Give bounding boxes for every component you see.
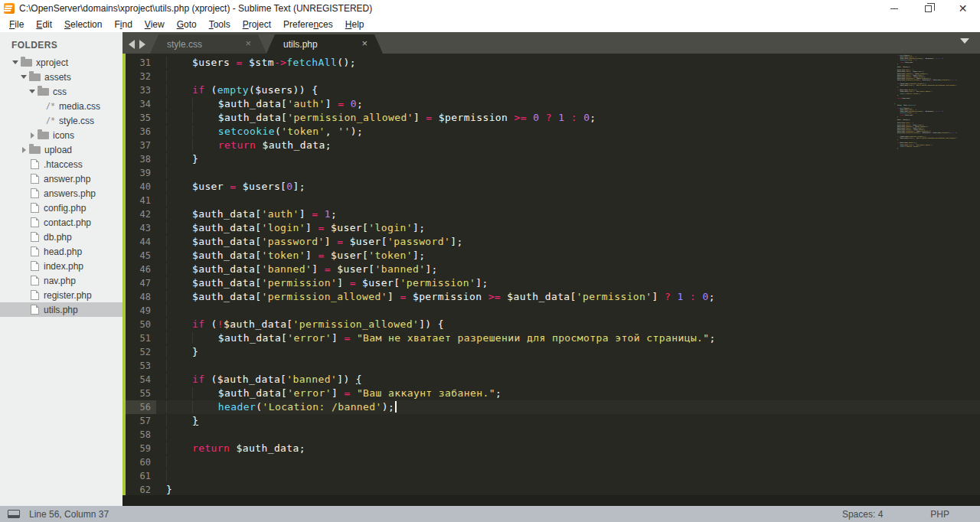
line-number: 58 <box>122 428 156 442</box>
tab-close-icon[interactable]: × <box>361 38 368 50</box>
editor-column: style.css×utils.php× 31 $users = $stm->f… <box>122 32 980 506</box>
code-line[interactable]: 57 } <box>122 414 980 428</box>
code-line[interactable]: 41 <box>122 194 980 207</box>
sidebar-item-answers.php[interactable]: answers.php <box>0 186 122 201</box>
line-number: 51 <box>122 331 156 345</box>
chevron-down-icon[interactable] <box>28 90 37 93</box>
line-number: 59 <box>122 442 156 455</box>
tab-utils.php[interactable]: utils.php× <box>266 34 383 54</box>
tab-style.css[interactable]: style.css× <box>150 34 266 54</box>
code-line[interactable]: 60 <box>122 455 980 469</box>
status-line-col[interactable]: Line 56, Column 37 <box>29 509 109 520</box>
sidebar-item-head.php[interactable]: head.php <box>0 244 122 259</box>
code-line[interactable]: 53 <box>122 359 980 373</box>
folder-icon <box>29 146 41 154</box>
menu-item-selection[interactable]: Selection <box>58 18 108 31</box>
line-number: 55 <box>122 387 156 400</box>
restore-button[interactable] <box>911 0 946 17</box>
code-line[interactable]: 44 $auth_data['password'] = $user['passw… <box>122 235 980 249</box>
code-line[interactable]: 39 <box>122 166 980 180</box>
line-number: 35 <box>122 111 156 125</box>
menu-item-goto[interactable]: Goto <box>171 18 203 31</box>
code-line[interactable]: 52 } <box>122 345 980 359</box>
code-line[interactable]: 50 if (!$auth_data['permission_allowed']… <box>122 318 980 331</box>
chevron-right-icon[interactable] <box>28 132 37 139</box>
sidebar-item-icons[interactable]: icons <box>0 128 122 142</box>
code-line[interactable]: 36 setcookie('token', ''); <box>122 125 980 139</box>
sidebar-item-.htaccess[interactable]: .htaccess <box>0 157 122 171</box>
menu-item-edit[interactable]: Edit <box>30 18 58 31</box>
code-line[interactable]: 56 header('Location: /banned'); <box>122 400 980 414</box>
file-icon <box>31 276 39 285</box>
code-line[interactable]: 42 $auth_data['auth'] = 1; <box>122 207 980 221</box>
tab-overflow-icon[interactable] <box>960 38 969 44</box>
code-area[interactable]: 31 $users = $stm->fetchAll();32 33 if (e… <box>122 56 980 498</box>
folders-header: FOLDERS <box>0 32 122 55</box>
code-line[interactable]: 33 if (empty($users)) { <box>122 83 980 97</box>
sidebar-item-media.css[interactable]: /*media.css <box>0 99 122 113</box>
chevron-down-icon[interactable] <box>19 75 28 79</box>
sidebar-item-answer.php[interactable]: answer.php <box>0 171 122 186</box>
code-line[interactable]: 54 if ($auth_data['banned']) { <box>122 373 980 387</box>
sidebar-item-label: css <box>53 86 67 97</box>
sidebar-item-style.css[interactable]: /*style.css <box>0 113 122 128</box>
sidebar-item-css[interactable]: css <box>0 84 122 99</box>
code-line[interactable]: 46 $auth_data['banned'] = $user['banned'… <box>122 263 980 276</box>
close-button[interactable]: ✕ <box>946 0 980 17</box>
code-line[interactable]: 31 $users = $stm->fetchAll(); <box>122 56 980 70</box>
line-number: 41 <box>122 194 156 207</box>
sidebar-item-config.php[interactable]: config.php <box>0 201 122 215</box>
folder-icon <box>38 88 49 96</box>
code-line[interactable]: 59 return $auth_data; <box>122 442 980 455</box>
tab-scroll-buttons <box>122 34 150 54</box>
menu-item-find[interactable]: Find <box>108 18 138 31</box>
tab-scroll-left-icon[interactable] <box>129 40 135 49</box>
code-line[interactable]: 51 $auth_data['error'] = "Вам не хватает… <box>122 331 980 345</box>
code-line[interactable]: 32 <box>122 70 980 83</box>
sidebar-item-db.php[interactable]: db.php <box>0 230 122 244</box>
sidebar-item-nav.php[interactable]: nav.php <box>0 273 122 288</box>
line-number: 46 <box>122 263 156 276</box>
menu-item-tools[interactable]: Tools <box>203 18 237 31</box>
code-line[interactable]: 47 $auth_data['permission'] = $user['per… <box>122 276 980 290</box>
code-line[interactable]: 55 $auth_data['error'] = "Ваш аккаунт за… <box>122 387 980 400</box>
minimap[interactable]: $users = $stm->fetchAll(); if (empty($us… <box>894 54 975 149</box>
code-line[interactable]: 48 $auth_data['permission_allowed'] = $p… <box>122 290 980 304</box>
restore-icon <box>925 5 932 12</box>
status-syntax[interactable]: PHP <box>930 509 949 520</box>
code-line[interactable]: 38 } <box>122 152 980 166</box>
line-number: 44 <box>122 235 156 249</box>
sidebar-item-utils.php[interactable]: utils.php <box>0 302 122 317</box>
menu-item-view[interactable]: View <box>139 18 171 31</box>
sidebar-item-index.php[interactable]: index.php <box>0 259 122 273</box>
chevron-down-icon[interactable] <box>11 60 20 64</box>
sidebar-item-assets[interactable]: assets <box>0 70 122 84</box>
line-number: 42 <box>122 207 156 221</box>
sidebar-toggle-icon[interactable] <box>8 510 20 518</box>
code-line[interactable]: 49 <box>122 304 980 318</box>
chevron-right-icon[interactable] <box>19 147 28 153</box>
horizontal-scrollbar[interactable] <box>122 495 980 506</box>
minimize-button[interactable] <box>877 0 911 17</box>
sidebar-item-upload[interactable]: upload <box>0 142 122 157</box>
code-line[interactable]: 58 <box>122 428 980 442</box>
sidebar-item-register.php[interactable]: register.php <box>0 288 122 302</box>
code-line[interactable]: 45 $auth_data['token'] = $user['token']; <box>122 249 980 263</box>
sidebar-item-xproject[interactable]: xproject <box>0 55 122 70</box>
sidebar-item-contact.php[interactable]: contact.php <box>0 215 122 230</box>
code-line[interactable]: 35 $auth_data['permission_allowed'] = $p… <box>122 111 980 125</box>
menu-item-project[interactable]: Project <box>237 18 277 31</box>
status-indentation[interactable]: Spaces: 4 <box>842 509 883 520</box>
sidebar-item-label: head.php <box>44 246 82 257</box>
line-number: 43 <box>122 221 156 235</box>
code-line[interactable]: 40 $user = $users[0]; <box>122 180 980 194</box>
tab-scroll-right-icon[interactable] <box>139 40 145 49</box>
code-line[interactable]: 34 $auth_data['auth'] = 0; <box>122 97 980 111</box>
menu-item-help[interactable]: Help <box>339 18 371 31</box>
code-line[interactable]: 43 $auth_data['login'] = $user['login']; <box>122 221 980 235</box>
menu-item-file[interactable]: File <box>3 18 30 31</box>
tab-close-icon[interactable]: × <box>245 38 251 50</box>
menu-item-preferences[interactable]: Preferences <box>277 18 339 31</box>
code-line[interactable]: 37 return $auth_data; <box>122 139 980 152</box>
code-line[interactable]: 61 <box>122 469 980 483</box>
